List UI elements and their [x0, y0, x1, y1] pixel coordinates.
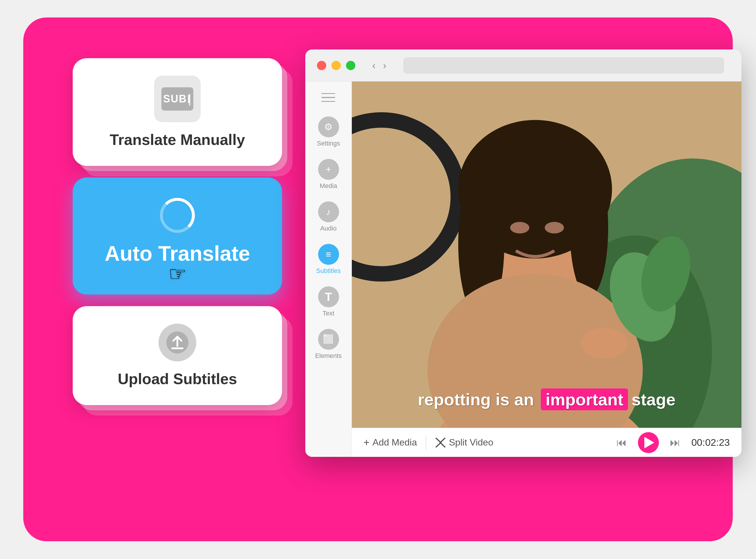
- subtitle-text-1: repotting is an: [418, 389, 534, 409]
- svg-point-13: [545, 222, 564, 234]
- translate-manually-icon-area: SUB |: [154, 76, 200, 122]
- add-media-label: Add Media: [373, 437, 417, 448]
- sidebar-item-elements[interactable]: ⬜ Elements: [305, 323, 352, 365]
- feature-cards-panel: SUB | Translate Manually Auto Translate …: [73, 58, 282, 405]
- traffic-lights: [317, 61, 355, 70]
- settings-label: Settings: [317, 140, 340, 147]
- translate-manually-card-wrapper: SUB | Translate Manually: [73, 58, 282, 166]
- text-label: Text: [323, 310, 334, 317]
- subtitles-icon: ≡: [326, 249, 331, 260]
- settings-icon-bg: ⚙: [318, 116, 339, 137]
- split-video-button[interactable]: Split Video: [435, 437, 493, 448]
- menu-line-1: [321, 93, 335, 94]
- auto-translate-card[interactable]: Auto Translate ☞: [73, 178, 282, 294]
- sidebar-item-settings[interactable]: ⚙ Settings: [305, 111, 352, 153]
- play-button[interactable]: [638, 432, 659, 453]
- video-player: repotting is an important stage: [352, 82, 741, 428]
- svg-point-10: [570, 158, 608, 297]
- settings-icon: ⚙: [324, 121, 333, 132]
- audio-icon: ♪: [326, 207, 331, 217]
- subtitle-text-2: stage: [632, 389, 676, 409]
- split-video-label: Split Video: [449, 437, 493, 448]
- video-background: repotting is an important stage: [352, 82, 741, 428]
- cursor-bar: |: [188, 92, 192, 106]
- app-body: ⚙ Settings + Media ♪ Audio ≡ S: [305, 82, 741, 457]
- video-subtitle: repotting is an important stage: [352, 388, 741, 410]
- cursor-pointer: ☞: [168, 262, 187, 286]
- video-area: repotting is an important stage + Add Me…: [352, 82, 741, 457]
- sidebar-item-subtitles[interactable]: ≡ Subtitles: [305, 238, 352, 281]
- media-icon: +: [326, 164, 331, 175]
- maximize-button[interactable]: [346, 61, 355, 70]
- elements-icon: ⬜: [323, 334, 334, 345]
- sidebar: ⚙ Settings + Media ♪ Audio ≡ S: [305, 82, 352, 457]
- subtitles-icon-bg: ≡: [318, 244, 339, 265]
- play-icon: [644, 437, 654, 448]
- playback-bar: + Add Media Split Video ⏮ ⏭: [352, 428, 741, 457]
- menu-line-2: [321, 97, 335, 98]
- add-media-plus-icon: +: [363, 437, 370, 449]
- subtitles-label: Subtitles: [316, 267, 340, 275]
- minimize-button[interactable]: [331, 61, 341, 70]
- fast-forward-button[interactable]: ⏭: [668, 434, 683, 451]
- translate-manually-card[interactable]: SUB | Translate Manually: [73, 58, 282, 166]
- sidebar-item-text[interactable]: T Text: [305, 281, 352, 323]
- rewind-button[interactable]: ⏮: [614, 434, 629, 451]
- video-content-svg: [352, 82, 741, 428]
- back-arrow[interactable]: ‹: [370, 59, 378, 72]
- split-video-icon: [435, 437, 446, 448]
- divider-1: [426, 435, 426, 450]
- text-icon: T: [325, 290, 332, 304]
- upload-icon: [166, 331, 189, 354]
- sub-text: SUB: [163, 93, 187, 105]
- app-window: ‹ › ⚙ Settings + Media: [305, 49, 741, 457]
- subtitle-highlight: important: [541, 388, 628, 410]
- spinner-icon: [160, 198, 195, 233]
- svg-point-14: [581, 328, 628, 358]
- upload-icon-area: [159, 323, 196, 361]
- menu-icon[interactable]: [320, 90, 337, 105]
- translate-manually-label: Translate Manually: [110, 131, 245, 149]
- sidebar-item-audio[interactable]: ♪ Audio: [305, 196, 352, 238]
- elements-icon-bg: ⬜: [318, 329, 339, 350]
- menu-line-3: [321, 101, 335, 102]
- title-bar: ‹ ›: [305, 49, 741, 82]
- upload-subtitles-card[interactable]: Upload Subtitles: [73, 306, 282, 405]
- upload-subtitles-card-wrapper: Upload Subtitles: [73, 306, 282, 405]
- nav-arrows: ‹ ›: [370, 59, 389, 72]
- sidebar-item-media[interactable]: + Media: [305, 153, 352, 196]
- close-button[interactable]: [317, 61, 326, 70]
- svg-point-12: [510, 222, 529, 234]
- media-label: Media: [320, 182, 337, 190]
- elements-label: Elements: [315, 352, 342, 360]
- time-display: 00:02:23: [691, 437, 730, 448]
- text-icon-bg: T: [318, 286, 339, 307]
- audio-icon-bg: ♪: [318, 201, 339, 222]
- forward-arrow[interactable]: ›: [381, 59, 388, 72]
- add-media-button[interactable]: + Add Media: [363, 437, 417, 449]
- sub-icon: SUB |: [161, 87, 193, 111]
- audio-label: Audio: [320, 225, 336, 232]
- media-icon-bg: +: [318, 159, 339, 180]
- search-bar[interactable]: [403, 57, 724, 74]
- upload-subtitles-label: Upload Subtitles: [118, 370, 237, 387]
